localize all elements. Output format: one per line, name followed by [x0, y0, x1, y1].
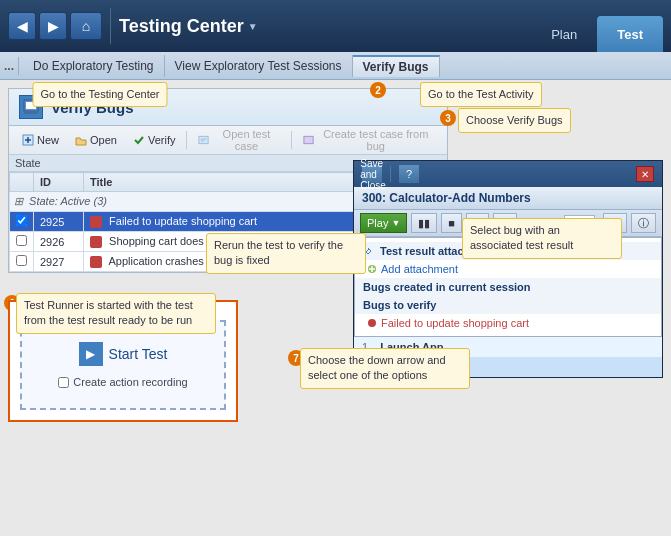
- header-divider: [110, 8, 111, 44]
- svg-rect-9: [304, 136, 313, 143]
- create-recording-row: Create action recording: [58, 376, 187, 388]
- info-button[interactable]: ⓘ: [631, 213, 656, 233]
- forward-button[interactable]: ▶: [39, 12, 67, 40]
- new-icon: [22, 134, 34, 146]
- play-button[interactable]: Play ▼: [360, 213, 407, 233]
- bug-icon: [90, 256, 102, 268]
- row-checkbox[interactable]: [10, 252, 34, 272]
- verify-icon: [133, 134, 145, 146]
- subnav-item-view-sessions[interactable]: View Exploratory Test Sessions: [165, 55, 353, 77]
- pause-button[interactable]: ▮▮: [411, 213, 437, 233]
- row-id: 2927: [34, 252, 84, 272]
- callout-3: Choose Verify Bugs: [458, 108, 571, 133]
- subnav-item-exploratory-testing[interactable]: Do Exploratory Testing: [23, 55, 165, 77]
- callout-number-2: 2: [370, 82, 386, 98]
- play-icon: ▶: [79, 342, 103, 366]
- home-button[interactable]: ⌂: [70, 12, 102, 40]
- svg-rect-6: [199, 136, 208, 143]
- start-test-button[interactable]: ▶ Start Test: [79, 342, 168, 366]
- bug-icon: [90, 236, 102, 248]
- create-recording-checkbox[interactable]: [58, 377, 69, 388]
- new-button[interactable]: New: [15, 129, 66, 151]
- close-button[interactable]: ✕: [636, 166, 654, 182]
- open-icon: [75, 134, 87, 146]
- row-checkbox[interactable]: [10, 232, 34, 252]
- open-test-case-button[interactable]: Open test case: [191, 129, 287, 151]
- test-activity-panel: Save and Close ? ✕ 300: Calculator-Add N…: [353, 160, 663, 378]
- row-checkbox[interactable]: [10, 212, 34, 232]
- add-attachment-button[interactable]: Add attachment: [355, 260, 661, 278]
- toolbar-sep-1: [186, 131, 187, 149]
- bug-item-icon: [367, 318, 377, 328]
- app-title: Testing Center ▼: [119, 16, 258, 37]
- callout-4: Select bug with an associated test resul…: [462, 218, 622, 259]
- bug-icon: [90, 216, 102, 228]
- callout-2-circle: 2: [370, 82, 386, 98]
- bug-to-verify-item[interactable]: Failed to update shopping cart: [355, 314, 661, 332]
- callout-5: Rerun the test to verify the bug is fixe…: [206, 233, 366, 274]
- svg-rect-2: [24, 111, 38, 114]
- verify-button[interactable]: Verify: [126, 129, 183, 151]
- tab-test[interactable]: Test: [597, 16, 663, 52]
- header-tabs: Plan Test: [531, 0, 663, 52]
- verify-bugs-toolbar: New Open Verify Open test case Create te…: [9, 126, 447, 155]
- col-checkbox: [10, 173, 34, 192]
- app-header: ◀ ▶ ⌂ Testing Center ▼ Plan Test: [0, 0, 671, 52]
- tab-plan[interactable]: Plan: [531, 16, 597, 52]
- subnav-dots: ...: [4, 59, 14, 73]
- row-id: 2925: [34, 212, 84, 232]
- play-label: Play: [367, 217, 388, 229]
- test-activity-header-left: Save and Close ?: [362, 165, 419, 183]
- create-test-case-button[interactable]: Create test case from bug: [296, 129, 441, 151]
- row-id: 2926: [34, 232, 84, 252]
- header-sep: [390, 166, 391, 182]
- test-activity-header: Save and Close ? ✕: [354, 161, 662, 187]
- expand-icon[interactable]: ⊞: [14, 195, 23, 207]
- callout-number-3: 3: [440, 110, 456, 126]
- header-right-buttons: ✕: [636, 166, 654, 182]
- subnav-sep: [18, 57, 19, 75]
- test-activity-title: 300: Calculator-Add Numbers: [354, 187, 662, 210]
- main-content: Verify Bugs New Open Verify Open test ca…: [0, 80, 671, 536]
- callout-7: Choose the down arrow and select one of …: [300, 348, 470, 389]
- subnav-bar: ... Do Exploratory Testing View Explorat…: [0, 52, 671, 80]
- callout-2: Go to the Test Activity: [420, 82, 542, 107]
- back-button[interactable]: ◀: [8, 12, 36, 40]
- menu-section-bugs-current: Bugs created in current session: [355, 278, 661, 296]
- save-close-label: Save and Close: [360, 158, 386, 191]
- callout-3-circle: 3: [440, 110, 456, 126]
- state-filter-label: State: [15, 157, 41, 169]
- menu-section-bugs-verify: Bugs to verify: [355, 296, 661, 314]
- create-test-case-icon: [303, 134, 314, 146]
- open-test-case-icon: [198, 134, 209, 146]
- play-dropdown-icon[interactable]: ▼: [391, 218, 400, 228]
- col-id: ID: [34, 173, 84, 192]
- title-dropdown-icon[interactable]: ▼: [248, 21, 258, 32]
- svg-point-17: [368, 319, 376, 327]
- subnav-item-verify-bugs[interactable]: Verify Bugs: [353, 55, 440, 77]
- add-attachment-icon: [367, 264, 377, 274]
- save-close-button[interactable]: Save and Close: [362, 165, 382, 183]
- callout-1: Go to the Testing Center: [32, 82, 167, 107]
- toolbar-sep-2: [291, 131, 292, 149]
- stop-button[interactable]: ■: [441, 213, 462, 233]
- open-button[interactable]: Open: [68, 129, 124, 151]
- help-button[interactable]: ?: [399, 165, 419, 183]
- callout-6: Test Runner is started with the test fro…: [16, 293, 216, 334]
- app-title-text: Testing Center: [119, 16, 244, 37]
